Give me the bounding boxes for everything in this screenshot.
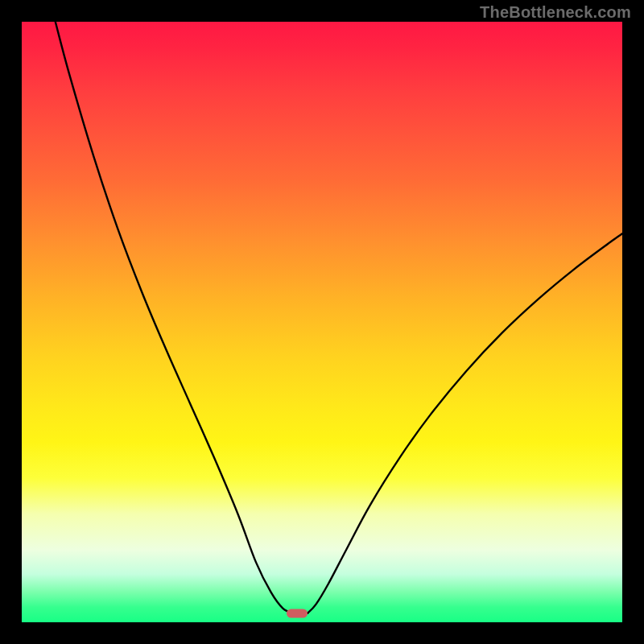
curve-right-branch — [308, 233, 622, 613]
chart-frame: TheBottleneck.com — [0, 0, 644, 644]
bottleneck-curve — [22, 22, 622, 622]
watermark-text: TheBottleneck.com — [480, 3, 631, 22]
plot-area — [22, 22, 622, 622]
optimal-marker — [287, 609, 308, 617]
curve-left-branch — [56, 22, 294, 613]
